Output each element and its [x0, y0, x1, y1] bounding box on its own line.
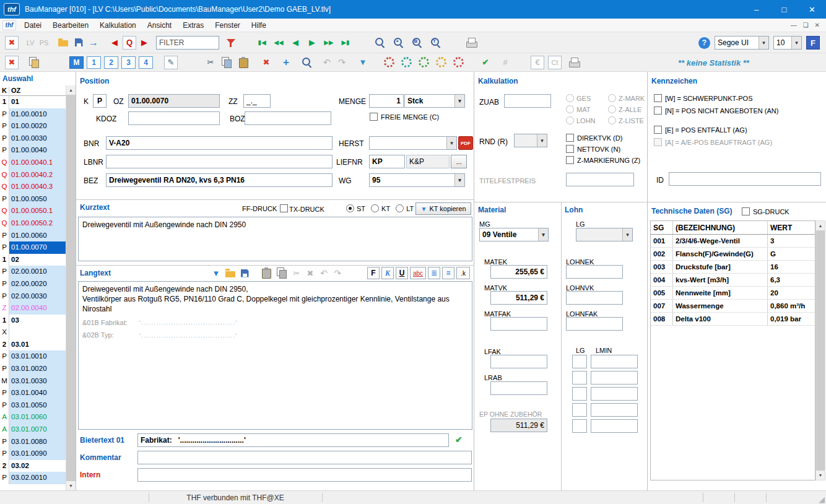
- scroll-up-icon[interactable]: ▲: [816, 221, 825, 230]
- font-size-select[interactable]: 10▾: [773, 36, 802, 50]
- table-row[interactable]: 005Nennweite [mm]20: [651, 287, 815, 300]
- zoom-plus-icon[interactable]: +: [392, 36, 404, 50]
- table-row[interactable]: 002Flansch(F)/Gewinde(G)G: [651, 248, 815, 261]
- lg-field[interactable]: [572, 387, 587, 401]
- close-icon[interactable]: ✕: [798, 0, 826, 19]
- list-item[interactable]: Q01.00.0040.3: [0, 181, 66, 193]
- save-text-icon[interactable]: [239, 266, 250, 280]
- view-tab-4[interactable]: 4: [139, 56, 153, 69]
- wg-select[interactable]: 95▾: [369, 173, 465, 187]
- bold-button[interactable]: F: [367, 267, 380, 279]
- st-radio[interactable]: [346, 204, 354, 212]
- copy-lv-icon[interactable]: [27, 56, 41, 69]
- small-caps-button[interactable]: .k: [456, 267, 470, 279]
- column-wert[interactable]: WERT: [768, 221, 815, 234]
- filter-input[interactable]: [156, 36, 219, 50]
- sg-druck-checkbox[interactable]: [742, 207, 750, 215]
- list-item[interactable]: A03.01.0070: [0, 424, 66, 436]
- open-text-icon[interactable]: [224, 266, 237, 280]
- list-item[interactable]: P01.00.0070: [0, 241, 66, 254]
- mdi-minimize-icon[interactable]: —: [791, 22, 797, 28]
- kommentar-field[interactable]: [137, 451, 472, 464]
- z-markierung-checkbox[interactable]: [566, 156, 574, 164]
- ff-druck-checkbox[interactable]: [280, 204, 288, 212]
- print-icon[interactable]: [465, 36, 477, 50]
- table-row[interactable]: 008Delta v1000,019 bar: [651, 313, 815, 326]
- lg-select[interactable]: ▾: [576, 228, 633, 241]
- zoom-b-icon[interactable]: B: [411, 36, 423, 50]
- kdoz-field[interactable]: [128, 111, 220, 125]
- k-field[interactable]: P: [93, 94, 107, 108]
- oz-field[interactable]: 01.00.0070: [128, 94, 220, 108]
- list-item[interactable]: P02.00.0020: [0, 278, 66, 290]
- matvk-field[interactable]: 511,29 €: [490, 291, 547, 305]
- lmin-field[interactable]: [591, 371, 638, 385]
- column-k[interactable]: K: [0, 87, 9, 94]
- list-item[interactable]: A03.01.0060: [0, 411, 66, 424]
- kt-radio[interactable]: [371, 204, 379, 212]
- scroll-thumb[interactable]: [66, 95, 76, 481]
- list-item[interactable]: P01.00.0060: [0, 230, 66, 242]
- list-item[interactable]: P03.01.0090: [0, 448, 66, 460]
- unit-select[interactable]: Stck▾: [404, 94, 465, 108]
- lbnr-field[interactable]: [106, 155, 333, 168]
- liefnr-field[interactable]: KP: [369, 155, 405, 168]
- list-item[interactable]: P01.00.0050: [0, 193, 66, 206]
- kennzeichen-e-checkbox[interactable]: [654, 126, 662, 134]
- menu-item-bearbeiten[interactable]: Bearbeiten: [47, 19, 94, 32]
- list-item[interactable]: Q01.00.0050.1: [0, 205, 66, 217]
- freie-menge-checkbox[interactable]: [370, 113, 378, 121]
- list-item[interactable]: Q01.00.0050.2: [0, 217, 66, 230]
- list-item[interactable]: P03.01.0020: [0, 363, 66, 375]
- lrab-field[interactable]: [490, 381, 547, 395]
- nav-prev-page-icon[interactable]: ◀◀: [273, 36, 284, 50]
- list-item[interactable]: P03.02.0010: [0, 472, 66, 484]
- mg-select[interactable]: 09 Ventile▾: [479, 228, 549, 241]
- view-tab-3[interactable]: 3: [121, 56, 136, 69]
- lmin-field[interactable]: [591, 387, 638, 401]
- list-item[interactable]: 203.02: [0, 460, 66, 472]
- view-tab-2[interactable]: 2: [104, 56, 118, 69]
- scroll-up-icon[interactable]: ▲: [66, 85, 76, 95]
- add-icon[interactable]: +: [280, 56, 292, 69]
- list-item[interactable]: 102: [0, 254, 66, 266]
- rnd-select[interactable]: ▾: [514, 134, 547, 147]
- close-pos-icon[interactable]: ✖: [5, 56, 19, 69]
- lg-field[interactable]: [572, 403, 587, 417]
- menu-item-datei[interactable]: Datei: [19, 19, 47, 32]
- copy-icon[interactable]: [220, 56, 233, 69]
- list-item[interactable]: P03.01.0050: [0, 399, 66, 412]
- save-icon[interactable]: [73, 36, 84, 50]
- minimize-icon[interactable]: –: [742, 0, 770, 19]
- confirm-icon[interactable]: ✔: [480, 56, 491, 69]
- direktvk-checkbox[interactable]: [566, 134, 574, 142]
- id-field[interactable]: [669, 172, 821, 186]
- print-list-icon[interactable]: [568, 56, 580, 69]
- calc-gear-3-icon[interactable]: [418, 56, 429, 69]
- sg-scrollbar[interactable]: ▲ ▼: [815, 220, 825, 480]
- table-row[interactable]: 0012/3/4/6-Wege-Ventil3: [651, 235, 815, 248]
- underline-button[interactable]: U: [396, 267, 408, 279]
- mdi-close-icon[interactable]: ✕: [815, 22, 820, 28]
- list-item[interactable]: P03.01.0080: [0, 436, 66, 448]
- list-item[interactable]: P01.00.0030: [0, 133, 66, 145]
- list-item[interactable]: Q01.00.0040.1: [0, 157, 66, 169]
- kt-kopieren-button[interactable]: ▼ KT kopieren: [415, 202, 471, 215]
- langtext-area[interactable]: Dreiwegeventil mit Außengewinde nach DIN…: [78, 281, 472, 430]
- zuab-field[interactable]: [504, 94, 551, 108]
- column-bezeichnung[interactable]: (BEZEICHNUNG): [673, 221, 768, 234]
- list-item[interactable]: 101: [0, 96, 66, 108]
- zoom-icon[interactable]: [373, 36, 386, 50]
- list-item[interactable]: 103: [0, 315, 66, 327]
- numbered-list-button[interactable]: ≡: [442, 267, 454, 279]
- boz-field[interactable]: [245, 111, 331, 125]
- list-item[interactable]: P03.01.0040: [0, 387, 66, 399]
- maximize-icon[interactable]: □: [770, 0, 798, 19]
- pdf-button[interactable]: PDF: [458, 136, 473, 150]
- lmin-field[interactable]: [591, 419, 638, 433]
- font-select[interactable]: Segoe UI▾: [715, 36, 769, 50]
- liefnr-more-button[interactable]: ...: [451, 155, 467, 168]
- filter-funnel-icon[interactable]: [225, 36, 237, 50]
- lg-field[interactable]: [572, 355, 587, 368]
- list-item[interactable]: 203.01: [0, 339, 66, 351]
